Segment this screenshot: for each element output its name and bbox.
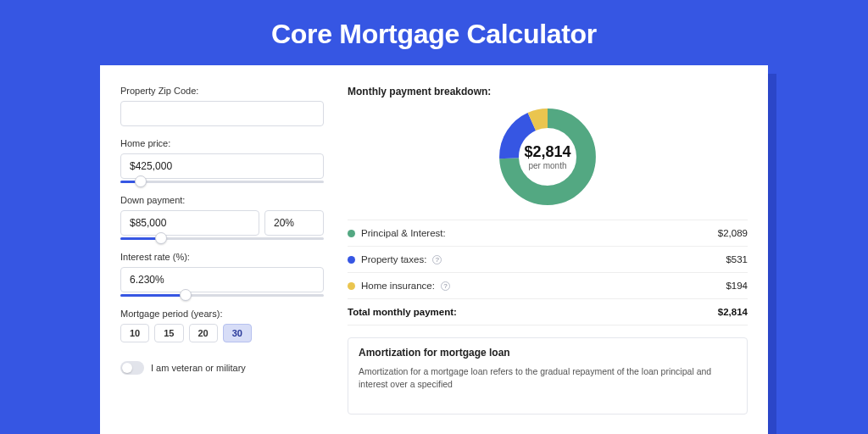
zip-input[interactable] [120, 101, 324, 126]
interest-slider[interactable] [120, 294, 324, 297]
breakdown-row: Principal & Interest:$2,089 [348, 220, 748, 247]
legend-dot-icon [348, 230, 355, 237]
amortization-body: Amortization for a mortgage loan refers … [359, 365, 737, 390]
interest-group: Interest rate (%): [120, 252, 324, 297]
info-icon[interactable]: ? [441, 281, 450, 291]
amortization-title: Amortization for mortgage loan [359, 347, 737, 359]
period-chip-20[interactable]: 20 [189, 324, 218, 342]
period-chips: 10152030 [120, 324, 324, 342]
zip-label: Property Zip Code: [120, 86, 324, 96]
breakdown-column: Monthly payment breakdown: $2,814 per mo… [348, 86, 748, 415]
home-price-input[interactable] [120, 153, 324, 179]
down-payment-group: Down payment: [120, 195, 324, 240]
period-chip-30[interactable]: 30 [223, 324, 252, 342]
down-payment-pct-input[interactable] [264, 210, 324, 236]
veteran-label: I am veteran or military [151, 363, 246, 373]
breakdown-row-label: Property taxes: [361, 254, 426, 264]
period-chip-10[interactable]: 10 [120, 324, 149, 342]
home-price-label: Home price: [120, 138, 324, 148]
veteran-toggle[interactable] [120, 361, 144, 375]
breakdown-row: Home insurance:?$194 [348, 273, 748, 299]
page-title: Core Mortgage Calculator [0, 0, 868, 65]
breakdown-rows: Principal & Interest:$2,089Property taxe… [348, 220, 748, 326]
interest-label: Interest rate (%): [120, 252, 324, 262]
breakdown-row-value: $2,089 [718, 228, 748, 238]
breakdown-row: Property taxes:?$531 [348, 247, 748, 273]
donut-value: $2,814 [524, 143, 570, 161]
calculator-card: Property Zip Code: Home price: Down paym… [100, 65, 768, 434]
donut-sub: per month [528, 161, 566, 170]
breakdown-row-value: $194 [726, 281, 748, 291]
breakdown-total-row: Total monthly payment:$2,814 [348, 299, 748, 326]
legend-dot-icon [348, 256, 355, 264]
slider-thumb[interactable] [155, 232, 167, 244]
period-label: Mortgage period (years): [120, 309, 324, 319]
total-value: $2,814 [718, 307, 748, 317]
donut-chart: $2,814 per month [348, 106, 748, 208]
form-column: Property Zip Code: Home price: Down paym… [120, 86, 324, 415]
interest-input[interactable] [120, 267, 324, 292]
period-chip-15[interactable]: 15 [154, 324, 183, 342]
legend-dot-icon [348, 282, 355, 290]
breakdown-title: Monthly payment breakdown: [348, 86, 748, 97]
home-price-slider[interactable] [120, 181, 324, 183]
amortization-card: Amortization for mortgage loan Amortizat… [348, 337, 748, 415]
home-price-group: Home price: [120, 138, 324, 183]
period-group: Mortgage period (years): 10152030 [120, 309, 324, 342]
zip-group: Property Zip Code: [120, 86, 324, 126]
breakdown-row-label: Principal & Interest: [361, 228, 446, 238]
donut-center: $2,814 per month [497, 106, 598, 208]
down-payment-input[interactable] [120, 210, 259, 236]
down-payment-label: Down payment: [120, 195, 324, 205]
down-payment-slider[interactable] [120, 237, 324, 240]
slider-thumb[interactable] [135, 175, 147, 187]
slider-thumb[interactable] [180, 289, 192, 301]
info-icon[interactable]: ? [432, 255, 442, 264]
breakdown-row-value: $531 [726, 254, 748, 264]
veteran-row: I am veteran or military [120, 361, 324, 375]
breakdown-row-label: Home insurance: [361, 281, 435, 291]
total-label: Total monthly payment: [348, 307, 457, 317]
